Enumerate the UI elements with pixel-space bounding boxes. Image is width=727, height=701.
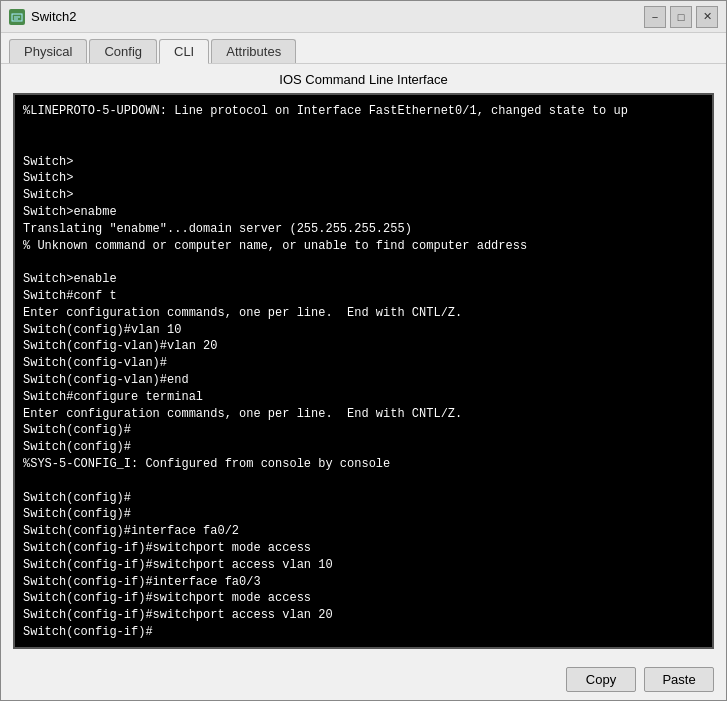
tab-physical[interactable]: Physical bbox=[9, 39, 87, 63]
paste-button[interactable]: Paste bbox=[644, 667, 714, 692]
cli-output: %LINEPROTO-5-UPDOWN: Line protocol on In… bbox=[23, 93, 704, 641]
close-button[interactable]: ✕ bbox=[696, 6, 718, 28]
window-title: Switch2 bbox=[31, 9, 644, 24]
tab-cli[interactable]: CLI bbox=[159, 39, 209, 64]
content-area: IOS Command Line Interface %LINEPROTO-5-… bbox=[1, 64, 726, 659]
window-controls: − □ ✕ bbox=[644, 6, 718, 28]
section-title: IOS Command Line Interface bbox=[13, 72, 714, 87]
tab-config[interactable]: Config bbox=[89, 39, 157, 63]
title-bar: Switch2 − □ ✕ bbox=[1, 1, 726, 33]
maximize-button[interactable]: □ bbox=[670, 6, 692, 28]
minimize-button[interactable]: − bbox=[644, 6, 666, 28]
app-icon bbox=[9, 9, 25, 25]
main-window: Switch2 − □ ✕ Physical Config CLI Attrib… bbox=[0, 0, 727, 701]
cli-terminal[interactable]: %LINEPROTO-5-UPDOWN: Line protocol on In… bbox=[13, 93, 714, 649]
tab-bar: Physical Config CLI Attributes bbox=[1, 33, 726, 64]
tab-attributes[interactable]: Attributes bbox=[211, 39, 296, 63]
copy-button[interactable]: Copy bbox=[566, 667, 636, 692]
bottom-bar: Copy Paste bbox=[1, 659, 726, 700]
